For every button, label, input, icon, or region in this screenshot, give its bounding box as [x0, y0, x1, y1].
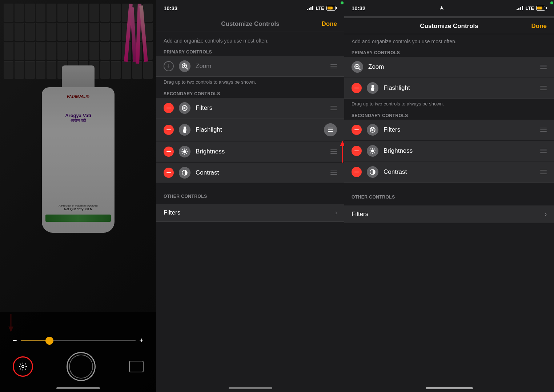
status-time-2: 10:33: [164, 5, 177, 11]
zoom-control-row[interactable]: + Zoom: [156, 56, 344, 77]
slider-track[interactable]: [21, 340, 136, 341]
drag-handle-filters-3[interactable]: [540, 128, 547, 132]
done-button-2[interactable]: Done: [322, 20, 337, 28]
other-filters-label-3: Filters: [352, 211, 545, 218]
other-filters-row[interactable]: Filters ›: [156, 204, 344, 222]
drag-handle-flashlight-3[interactable]: [540, 86, 547, 90]
other-spacer-3: [344, 201, 554, 205]
minus-contrast-3[interactable]: [352, 167, 362, 177]
bar3: [310, 7, 312, 10]
zoom-icon-3: [354, 64, 361, 70]
separator-2: [156, 184, 344, 191]
slider-plus-icon[interactable]: +: [139, 336, 144, 345]
filters-icon-bg-3: [367, 124, 378, 136]
status-time-3: 10:32: [352, 5, 365, 11]
svg-line-38: [370, 149, 371, 149]
svg-line-19: [182, 149, 183, 150]
signal-bars-3: [517, 6, 523, 10]
drag-handle-brightness[interactable]: [330, 149, 337, 154]
zoom-icon: [181, 63, 188, 69]
zoom-control-row-3[interactable]: Zoom: [344, 57, 554, 77]
battery-icon-3: ⚡: [536, 6, 547, 11]
filters-row[interactable]: Filters: [156, 98, 344, 119]
zoom-label-3: Zoom: [368, 63, 540, 71]
brightness-label-3: Brightness: [384, 147, 540, 155]
subtitle-2: Add and organize controls you use most o…: [156, 32, 344, 47]
other-label-3: OTHER CONTROLS: [344, 192, 554, 201]
home-indicator-3: [426, 387, 473, 389]
svg-point-9: [185, 107, 187, 109]
bar4-3: [522, 6, 523, 10]
filters-icon-bg: [179, 102, 190, 114]
flashlight-icon-3: [370, 85, 375, 91]
brightness-row[interactable]: Brightness: [156, 141, 344, 162]
filters-icon: [181, 105, 188, 111]
drag-handle-contrast-3[interactable]: [540, 170, 547, 174]
nav-bar-2: Customize Controls Done: [156, 16, 344, 32]
status-bar-2: 10:33 LTE ⚡: [156, 0, 344, 16]
album-button[interactable]: [129, 361, 144, 372]
flashlight-label-3: Flashlight: [384, 84, 540, 92]
minus-brightness[interactable]: [164, 147, 174, 157]
flashlight-icon-bg: [179, 124, 190, 136]
settings-button[interactable]: [13, 356, 33, 377]
svg-marker-29: [371, 88, 374, 91]
contrast-icon-3: [369, 169, 376, 175]
customize-panel-1: 10:33 LTE ⚡ Customize Controls Done Add: [156, 0, 344, 392]
contrast-label-3: Contrast: [384, 168, 540, 176]
done-button-3[interactable]: Done: [531, 23, 547, 30]
filters-row-3[interactable]: Filters: [344, 120, 554, 140]
minus-filters[interactable]: [164, 103, 174, 113]
brightness-icon-3: [369, 148, 376, 154]
bar4: [312, 6, 313, 10]
contrast-icon-bg-3: [367, 166, 378, 178]
zoom-label: Zoom: [196, 63, 330, 70]
svg-line-25: [359, 68, 360, 70]
add-icon[interactable]: +: [164, 61, 174, 71]
battery-icon-2: ⚡: [326, 6, 337, 11]
minus-brightness-3[interactable]: [352, 146, 362, 156]
drag-handle-zoom-3[interactable]: [540, 65, 547, 69]
contrast-row[interactable]: Contrast: [156, 163, 344, 183]
separator-3: [344, 183, 554, 192]
svg-point-2: [22, 365, 24, 368]
minus-filters-3[interactable]: [352, 125, 362, 135]
brightness-slider[interactable]: − +: [13, 336, 144, 345]
svg-line-21: [182, 153, 183, 154]
flashlight-icon: [182, 127, 187, 133]
flashlight-row[interactable]: Flashlight: [156, 119, 344, 141]
other-filters-label: Filters: [164, 209, 335, 216]
location-icon-3: [439, 5, 444, 11]
other-label-2: OTHER CONTROLS: [156, 191, 344, 200]
flashlight-row-3[interactable]: Flashlight: [344, 78, 554, 99]
drag-handle-brightness-3[interactable]: [540, 149, 547, 153]
drag-handle-zoom[interactable]: [330, 64, 337, 68]
brightness-row-3[interactable]: Brightness: [344, 141, 554, 161]
other-filters-chevron-3: ›: [545, 211, 547, 217]
minus-flashlight-3[interactable]: [352, 83, 362, 93]
battery-tip-2: [336, 7, 337, 9]
flashlight-label: Flashlight: [196, 126, 324, 133]
shutter-inner: [69, 355, 93, 379]
camera-button-row: [13, 352, 144, 381]
drag-handle-flashlight-active[interactable]: [324, 123, 337, 136]
drag-hint-3: Drag up to two controls to always be sho…: [344, 99, 554, 110]
slider-thumb[interactable]: [45, 337, 53, 345]
minus-contrast[interactable]: [164, 168, 174, 178]
shutter-button[interactable]: [67, 352, 96, 381]
drag-handle-filters[interactable]: [330, 106, 337, 110]
drag-handle-contrast[interactable]: [330, 171, 337, 175]
filters-label-3: Filters: [384, 126, 540, 133]
contrast-row-3[interactable]: Contrast: [344, 162, 554, 183]
gear-icon: [19, 362, 27, 371]
svg-line-41: [374, 149, 375, 149]
drag-hint-2: Drag up to two controls to always be sho…: [156, 77, 344, 88]
separator-other-2: [156, 200, 344, 204]
slider-minus-icon[interactable]: −: [13, 336, 17, 345]
svg-line-22: [186, 149, 187, 150]
other-filters-row-3[interactable]: Filters ›: [344, 205, 554, 223]
settings-button-wrapper: [13, 356, 33, 377]
primary-label-2: PRIMARY CONTROLS: [156, 47, 344, 56]
minus-flashlight[interactable]: [164, 125, 174, 135]
zoom-icon-bg: [179, 60, 190, 72]
